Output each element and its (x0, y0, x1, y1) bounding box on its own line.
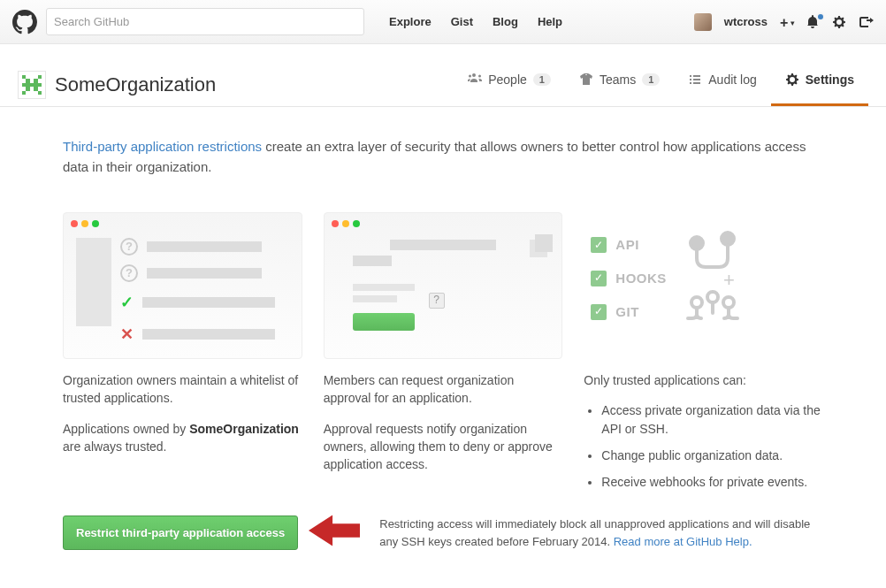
restrict-warning-text: Restricting access will immediately bloc… (379, 515, 823, 550)
tab-people[interactable]: People 1 (454, 64, 565, 106)
col-whitelist: ? ? ✓ ✕ Organization owners maintain a w… (63, 212, 302, 500)
user-avatar[interactable] (694, 13, 712, 31)
list-item: Access private organization data via the… (601, 401, 823, 438)
list-item: Receive webhooks for private events. (601, 473, 823, 491)
create-new-dropdown[interactable] (780, 15, 794, 29)
notification-indicator (816, 12, 825, 21)
people-count: 1 (533, 73, 551, 86)
question-icon: ? (120, 238, 138, 256)
check-icon (591, 271, 607, 286)
illustration-capabilities: API HOOKS GIT + (584, 212, 823, 359)
check-icon (591, 237, 607, 253)
teams-count: 1 (642, 73, 660, 86)
signout-icon[interactable] (859, 15, 874, 29)
user-menu-area: wtcross (694, 13, 874, 31)
check-icon (591, 304, 607, 320)
read-more-link[interactable]: Read more at GitHub Help. (614, 535, 752, 548)
documents-icon (530, 234, 556, 261)
git-label: GIT (615, 302, 639, 322)
nav-help[interactable]: Help (531, 15, 569, 28)
illustration-approval: ? (324, 212, 563, 359)
svg-point-1 (722, 233, 734, 245)
org-avatar[interactable] (18, 71, 46, 99)
x-icon: ✕ (120, 323, 134, 346)
notifications-icon[interactable] (806, 15, 821, 29)
question-icon: ? (429, 293, 445, 309)
capabilities-list: Access private organization data via the… (601, 401, 823, 491)
tab-teams-label: Teams (600, 73, 636, 87)
svg-text:+: + (723, 269, 735, 291)
question-icon: ? (120, 264, 138, 282)
primary-nav-links: Explore Gist Blog Help (382, 15, 569, 28)
third-party-restrictions-link[interactable]: Third-party application restrictions (63, 139, 262, 154)
org-name[interactable]: SomeOrganization (55, 73, 216, 96)
tab-people-label: People (488, 73, 527, 87)
col1-p2: Applications owned by SomeOrganization a… (63, 420, 302, 456)
restrict-access-button[interactable]: Restrict third-party application access (63, 515, 298, 550)
tab-teams[interactable]: Teams 1 (565, 64, 674, 106)
illustration-whitelist: ? ? ✓ ✕ (63, 212, 302, 359)
tab-auditlog-label: Audit log (708, 73, 756, 87)
gear-icon (785, 73, 799, 87)
col-approval: ? Members can request organization appro… (324, 212, 563, 500)
username-link[interactable]: wtcross (724, 15, 768, 28)
col1-p1: Organization owners maintain a whitelist… (63, 371, 302, 408)
org-header: SomeOrganization People 1 Teams 1 Audit … (0, 44, 886, 106)
tab-settings[interactable]: Settings (771, 64, 868, 106)
search-wrapper[interactable] (46, 8, 364, 35)
settings-icon[interactable] (833, 15, 847, 29)
col2-p1: Members can request organization approva… (324, 371, 563, 408)
search-input[interactable] (47, 9, 363, 34)
settings-third-party-content: Third-party application restrictions cre… (63, 107, 823, 569)
jersey-icon (579, 73, 593, 87)
api-label: API (615, 235, 639, 255)
nav-gist[interactable]: Gist (444, 15, 480, 28)
list-item: Change public organization data. (601, 447, 823, 464)
approve-button-illustration (353, 313, 415, 331)
check-icon: ✓ (120, 291, 134, 314)
nav-blog[interactable]: Blog (485, 15, 525, 28)
col-trusted: API HOOKS GIT + Only trusted application… (584, 212, 823, 500)
org-tabs: People 1 Teams 1 Audit log Settings (454, 64, 868, 106)
list-icon (688, 73, 702, 87)
col2-p2: Approval requests notify organization ow… (324, 420, 563, 474)
svg-point-0 (691, 237, 703, 249)
hooks-label: HOOKS (615, 269, 667, 288)
top-nav: Explore Gist Blog Help wtcross (0, 0, 886, 44)
github-logo-icon[interactable] (12, 10, 37, 34)
tab-auditlog[interactable]: Audit log (674, 64, 770, 106)
nav-explore[interactable]: Explore (382, 15, 439, 28)
organization-icon (468, 73, 482, 87)
network-graphic-icon: + (679, 230, 741, 340)
callout-arrow-icon (309, 512, 360, 552)
restrict-section: Restrict third-party application access … (63, 515, 823, 552)
intro-text: Third-party application restrictions cre… (63, 137, 823, 177)
col3-title: Only trusted applications can: (584, 371, 823, 389)
tab-settings-label: Settings (806, 73, 854, 87)
